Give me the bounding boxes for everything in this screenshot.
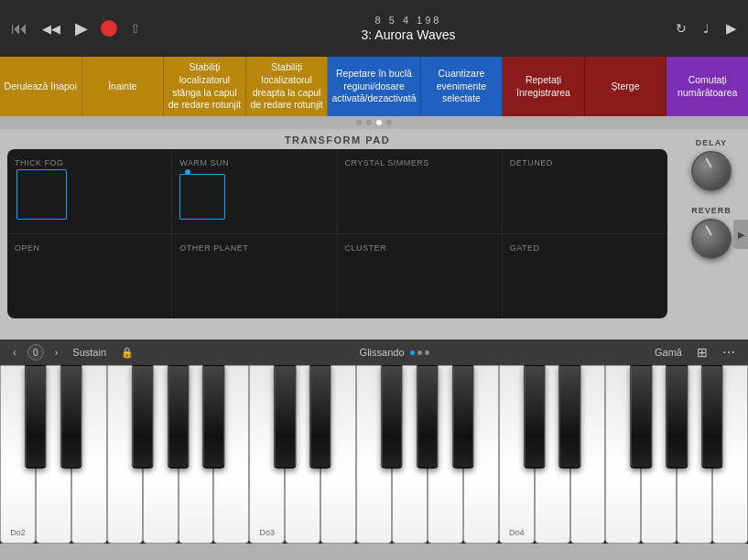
pad-cell-other-planet[interactable]: OTHER PLANET (172, 234, 337, 319)
nav-prev-button[interactable]: ⏮ (9, 17, 29, 40)
main-area: TRANSFORM PAD THICK FOGWARM SUNCRYSTAL S… (0, 129, 748, 339)
pad-cell-label-cluster: CLUSTER (345, 243, 387, 253)
nav-back-button[interactable]: ◀◀ (40, 20, 62, 38)
black-key-4[interactable] (168, 365, 189, 468)
pad-cell-label-crystal-simmers: CRYSTAL SIMMERS (345, 158, 429, 167)
pad-indicator-warm-sun (179, 174, 225, 220)
pad-indicator-thick-fog (16, 169, 67, 220)
octave-number: 0 (27, 344, 44, 361)
side-expand-arrow[interactable]: ▶ (733, 220, 748, 249)
pad-cell-open[interactable]: OPEN (7, 234, 172, 319)
black-key-5[interactable] (203, 365, 224, 468)
key-label-Do2: Do2 (10, 528, 26, 537)
help-btn-loop-toggle[interactable]: Repetare în buclă regiuni/dosare activat… (328, 57, 420, 116)
bottom-right: Gamă ⊞ ⋯ (651, 343, 739, 361)
black-key-3[interactable] (132, 365, 153, 468)
pad-cell-gated[interactable]: GATED (503, 234, 667, 319)
pad-cell-detuned[interactable]: DETUNED (503, 149, 667, 234)
transform-pad[interactable]: THICK FOGWARM SUNCRYSTAL SIMMERSDETUNEDO… (7, 149, 667, 318)
transport-controls: ⏮ ◀◀ ▶ ⇧ (9, 16, 143, 40)
black-key-17[interactable] (631, 365, 652, 468)
help-btn-set-loc-right[interactable]: Stabiliți localizatorul dreapta la capul… (246, 57, 329, 116)
settings-icon[interactable]: ▶ (724, 18, 739, 38)
dots-menu-button[interactable]: ⋯ (719, 343, 739, 361)
glissando-dot-3 (425, 350, 429, 355)
help-btn-scroll-back[interactable]: Derulează înapoi (0, 57, 82, 116)
top-bar: ⏮ ◀◀ ▶ ⇧ 8 5 4 198 3: Aurora Waves ↻ ♩ ▶ (0, 0, 748, 57)
black-key-12[interactable] (452, 365, 473, 468)
black-key-8[interactable] (309, 365, 331, 468)
page-dot-4[interactable] (386, 120, 392, 125)
metronome-icon[interactable]: ♩ (701, 19, 711, 38)
glissando-dot-2 (417, 350, 422, 355)
black-key-10[interactable] (381, 365, 402, 468)
play-button[interactable]: ▶ (73, 16, 90, 40)
bottom-center: Glissando (145, 347, 644, 358)
pad-cell-label-open: OPEN (15, 243, 40, 253)
sustain-button[interactable]: Sustain (69, 345, 110, 360)
black-key-0[interactable] (25, 365, 46, 468)
help-btn-forward[interactable]: Înainte (82, 57, 165, 116)
help-btn-delete[interactable]: Șterge (585, 57, 667, 116)
page-dots (0, 116, 748, 129)
loop-icon[interactable]: ↻ (674, 19, 688, 38)
pad-cell-label-other-planet: OTHER PLANET (179, 243, 248, 253)
bottom-controls: ‹ 0 › Sustain 🔒 Glissando Gamă ⊞ ⋯ (0, 339, 748, 365)
transform-pad-title: TRANSFORM PAD (7, 129, 667, 149)
side-knobs: DELAY REVERB ▶ (675, 129, 748, 339)
key-label-Do3: Do3 (260, 528, 276, 537)
help-btn-record-toggle[interactable]: Repetați înregistrarea (503, 57, 585, 116)
pad-cell-label-thick-fog: THICK FOG (15, 158, 64, 167)
reverb-label: REVERB (691, 206, 732, 215)
black-key-1[interactable] (60, 365, 81, 468)
help-btn-quantize[interactable]: Cuantizare evenimente selectate (421, 57, 504, 116)
page-dot-3[interactable] (376, 120, 382, 125)
black-key-15[interactable] (559, 365, 580, 468)
pad-cell-warm-sun[interactable]: WARM SUN (172, 149, 337, 234)
page-dot-1[interactable] (356, 120, 362, 125)
lock-icon: 🔒 (117, 345, 137, 361)
reverb-knob[interactable] (691, 219, 732, 259)
help-bar: Derulează înapoiÎnainteStabiliți localiz… (0, 57, 748, 116)
pad-cell-label-gated: GATED (510, 243, 540, 253)
pad-cell-label-detuned: DETUNED (510, 158, 553, 167)
octave-next-button[interactable]: › (51, 345, 62, 360)
black-key-7[interactable] (275, 365, 296, 468)
piano-area: Do2Do3Do4 (0, 365, 748, 544)
track-numbers: 8 5 4 198 (375, 15, 442, 26)
grid-button[interactable]: ⊞ (693, 343, 711, 361)
black-key-18[interactable] (667, 365, 688, 468)
pad-cell-cluster[interactable]: CLUSTER (338, 234, 503, 319)
track-info: 8 5 4 198 3: Aurora Waves (143, 15, 674, 42)
help-btn-counter-toggle[interactable]: Comutați numărătoarea (667, 57, 748, 116)
transform-section: TRANSFORM PAD THICK FOGWARM SUNCRYSTAL S… (0, 129, 675, 339)
white-keys: Do2Do3Do4 (0, 365, 748, 544)
key-label-Do4: Do4 (509, 528, 525, 537)
glissando-label: Glissando (360, 347, 405, 358)
pad-cell-label-warm-sun: WARM SUN (179, 158, 229, 167)
help-btn-set-loc-left[interactable]: Stabiliți localizatorul stânga la capul … (164, 57, 246, 116)
record-button[interactable] (101, 20, 117, 37)
delay-knob[interactable] (691, 151, 732, 191)
black-key-19[interactable] (701, 365, 722, 468)
top-bar-right: ↻ ♩ ▶ (674, 18, 739, 38)
smart-help-toggle[interactable]: ⇧ (128, 19, 143, 38)
track-title: 3: Aurora Waves (362, 27, 456, 42)
black-key-11[interactable] (417, 365, 438, 468)
octave-prev-button[interactable]: ‹ (9, 345, 20, 360)
delay-label: DELAY (696, 138, 728, 147)
black-key-14[interactable] (524, 365, 545, 468)
page-dot-2[interactable] (366, 120, 372, 125)
delay-knob-section: DELAY (691, 138, 732, 191)
scale-button[interactable]: Gamă (651, 345, 686, 360)
pad-cell-crystal-simmers[interactable]: CRYSTAL SIMMERS (338, 149, 503, 234)
pad-cell-thick-fog[interactable]: THICK FOG (7, 149, 172, 234)
reverb-knob-section: REVERB (691, 206, 732, 259)
glissando-dot-1 (410, 350, 415, 355)
